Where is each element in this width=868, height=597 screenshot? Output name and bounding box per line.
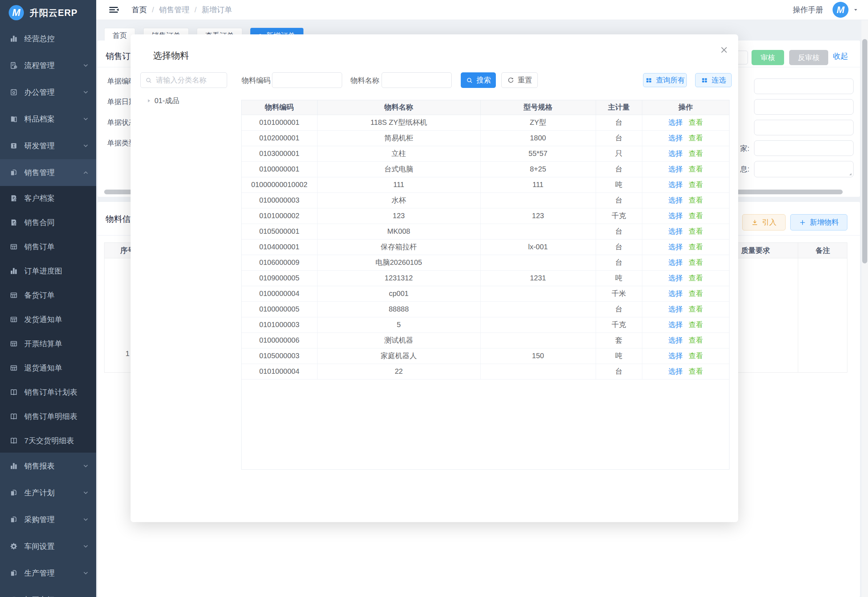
manual-link[interactable]: 操作手册 — [793, 5, 823, 15]
sidebar-item-车间设置[interactable]: 车间设置 — [0, 533, 96, 560]
import-button[interactable]: 引入 — [742, 214, 785, 230]
sidebar-item-生产计划[interactable]: 生产计划 — [0, 480, 96, 506]
order-field-1[interactable] — [754, 79, 853, 94]
cell-actions: 选择查看 — [642, 146, 729, 161]
view-link[interactable]: 查看 — [689, 212, 703, 220]
select-link[interactable]: 选择 — [668, 305, 683, 313]
query-all-button-label: 查询所有 — [656, 75, 685, 85]
select-link[interactable]: 选择 — [668, 274, 683, 282]
select-link[interactable]: 选择 — [668, 134, 683, 142]
search-button[interactable]: 搜索 — [461, 72, 496, 88]
view-link[interactable]: 查看 — [689, 227, 703, 235]
chevron-down-icon — [83, 463, 89, 469]
sidebar-item-销售管理[interactable]: 销售管理 — [0, 159, 96, 186]
unaudit-button[interactable]: 反审核 — [789, 50, 828, 65]
reset-button[interactable]: 重置 — [501, 72, 538, 88]
vertical-scrollbar-thumb[interactable] — [862, 39, 867, 263]
sidebar-item-研发管理[interactable]: 研发管理 — [0, 132, 96, 159]
avatar[interactable]: M — [832, 2, 849, 18]
view-link[interactable]: 查看 — [689, 367, 703, 375]
tree-search-input[interactable]: 请输入分类名称 — [140, 72, 227, 88]
order-field-2[interactable] — [754, 99, 853, 115]
sidebar-item-订单进度图[interactable]: 订单进度图 — [0, 259, 96, 283]
cell-code: 0101000001 — [241, 115, 317, 130]
breadcrumb-item-首页[interactable]: 首页 — [132, 5, 147, 15]
view-link[interactable]: 查看 — [689, 336, 703, 344]
collapse-menu-icon[interactable] — [108, 5, 119, 15]
view-link[interactable]: 查看 — [689, 196, 703, 204]
material-name-input[interactable] — [382, 72, 452, 88]
view-link[interactable]: 查看 — [689, 243, 703, 251]
select-link[interactable]: 选择 — [668, 336, 683, 344]
view-link[interactable]: 查看 — [689, 118, 703, 126]
sidebar-item-备货订单[interactable]: 备货订单 — [0, 283, 96, 307]
caret-down-icon[interactable] — [853, 7, 859, 13]
select-link[interactable]: 选择 — [668, 227, 683, 235]
vertical-scrollbar-track[interactable] — [862, 20, 868, 597]
select-link[interactable]: 选择 — [668, 212, 683, 220]
select-link[interactable]: 选择 — [668, 290, 683, 297]
view-link[interactable]: 查看 — [689, 290, 703, 297]
select-link[interactable]: 选择 — [668, 321, 683, 328]
cell-unit: 吨 — [595, 348, 642, 364]
view-link[interactable]: 查看 — [689, 149, 703, 157]
sidebar-item-流程管理[interactable]: 流程管理 — [0, 52, 96, 79]
select-link[interactable]: 选择 — [668, 258, 683, 266]
remark-textarea[interactable] — [754, 161, 853, 177]
cell-name: 水杯 — [317, 193, 480, 208]
view-link[interactable]: 查看 — [689, 181, 703, 189]
vendor-field[interactable] — [754, 140, 853, 156]
view-link[interactable]: 查看 — [689, 352, 703, 359]
view-link[interactable]: 查看 — [689, 305, 703, 313]
bar-chart-icon — [10, 35, 18, 43]
sidebar-item-销售订单计划表[interactable]: 销售订单计划表 — [0, 380, 96, 404]
material-code-input[interactable] — [272, 72, 342, 88]
material-name-label: 物料名称 — [351, 76, 379, 85]
sidebar-item-开票结算单[interactable]: 开票结算单 — [0, 331, 96, 356]
add-material-button[interactable]: 新增物料 — [790, 214, 847, 230]
sidebar-item-料品档案[interactable]: 料品档案 — [0, 105, 96, 132]
sidebar-item-发货通知单[interactable]: 发货通知单 — [0, 307, 96, 331]
sidebar-item-退货通知单[interactable]: 退货通知单 — [0, 356, 96, 380]
select-link[interactable]: 选择 — [668, 165, 683, 173]
view-link[interactable]: 查看 — [689, 134, 703, 142]
order-field-3[interactable] — [754, 120, 853, 135]
breadcrumb-item-销售管理[interactable]: 销售管理 — [159, 5, 190, 15]
resize-handle-icon[interactable] — [847, 171, 852, 176]
sidebar-item-办公管理[interactable]: 办公管理 — [0, 79, 96, 105]
select-link[interactable]: 选择 — [668, 243, 683, 251]
query-all-button[interactable]: 查询所有 — [643, 73, 687, 87]
cell-spec — [480, 364, 595, 379]
multi-select-button[interactable]: 连选 — [695, 73, 732, 87]
breadcrumb-item-新增订单[interactable]: 新增订单 — [202, 5, 232, 15]
doc-edit-icon — [10, 218, 18, 227]
audit-button[interactable]: 审核 — [751, 50, 784, 65]
close-icon[interactable] — [719, 45, 729, 55]
sidebar-item-加工车间[interactable]: 加工车间 — [0, 587, 96, 597]
select-link[interactable]: 选择 — [668, 149, 683, 157]
sidebar-item-销售订单[interactable]: 销售订单 — [0, 235, 96, 259]
sidebar-item-7天交货明细表[interactable]: 7天交货明细表 — [0, 428, 96, 453]
sidebar-item-销售合同[interactable]: 销售合同 — [0, 210, 96, 235]
sidebar-item-采购管理[interactable]: 采购管理 — [0, 506, 96, 533]
sidebar-item-客户档案[interactable]: 客户档案 — [0, 186, 96, 210]
cell-code: 0103000001 — [241, 146, 317, 161]
sidebar-item-生产管理[interactable]: 生产管理 — [0, 560, 96, 587]
collapse-link[interactable]: 收起 — [833, 51, 848, 61]
open-book-icon — [10, 437, 18, 445]
select-link[interactable]: 选择 — [668, 181, 683, 189]
select-link[interactable]: 选择 — [668, 118, 683, 126]
tree-node-finished-goods[interactable]: 01-成品 — [146, 96, 179, 105]
select-link[interactable]: 选择 — [668, 367, 683, 375]
select-link[interactable]: 选择 — [668, 196, 683, 204]
view-link[interactable]: 查看 — [689, 274, 703, 282]
sidebar-item-经营总控[interactable]: 经营总控 — [0, 25, 96, 52]
sidebar-item-label: 退货通知单 — [24, 363, 89, 373]
sidebar-item-销售订单明细表[interactable]: 销售订单明细表 — [0, 404, 96, 428]
view-link[interactable]: 查看 — [689, 165, 703, 173]
view-link[interactable]: 查看 — [689, 258, 703, 266]
sidebar-item-销售报表[interactable]: 销售报表 — [0, 453, 96, 480]
view-link[interactable]: 查看 — [689, 321, 703, 328]
sidebar-item-label: 采购管理 — [24, 514, 83, 525]
select-link[interactable]: 选择 — [668, 352, 683, 359]
